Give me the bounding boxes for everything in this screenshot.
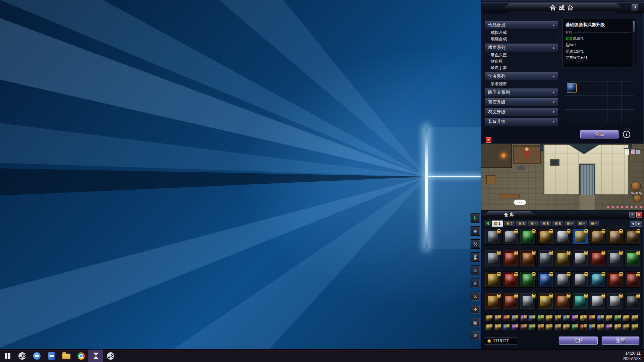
inventory-slot[interactable] [485, 293, 501, 309]
category-group-9[interactable]: 防卫者系列▼ [485, 88, 558, 97]
craft-grid-cell[interactable] [579, 81, 593, 95]
inventory-slot[interactable] [625, 272, 640, 288]
inventory-slot[interactable] [502, 250, 518, 266]
inventory-slot[interactable] [485, 229, 501, 245]
inventory-slot-small[interactable] [528, 323, 536, 331]
sidebar-deposit-all-button[interactable]: ⇊ [471, 213, 480, 223]
info-button[interactable]: i [623, 131, 630, 138]
sidebar-settings-button[interactable]: ⚙ [471, 331, 480, 340]
inventory-slot-small[interactable] [528, 314, 536, 322]
inventory-slot-small[interactable] [605, 314, 612, 322]
inventory-slot-small[interactable] [579, 314, 587, 322]
crafting-help-button[interactable]: ? [632, 4, 638, 11]
sidebar-gem-button[interactable]: ◆ [471, 226, 480, 236]
inventory-slot-small[interactable] [596, 323, 604, 331]
inventory-slot[interactable] [555, 293, 571, 309]
inventory-slot-small[interactable] [519, 314, 527, 322]
game-scene-viewport[interactable]: ··· 管理员 [481, 144, 644, 210]
inventory-slot[interactable] [485, 272, 501, 288]
inventory-slot[interactable] [607, 272, 623, 288]
sidebar-pickaxe-button[interactable]: ✚ [471, 305, 480, 314]
inventory-slot[interactable] [625, 250, 640, 266]
inventory-slot[interactable] [502, 229, 518, 245]
start-button[interactable] [0, 350, 15, 362]
inventory-slot[interactable] [572, 250, 588, 266]
inventory-slot[interactable] [590, 229, 605, 245]
inventory-slot[interactable] [555, 272, 571, 288]
deposit-all-button[interactable] [484, 221, 491, 227]
craft-grid-cell[interactable] [607, 81, 621, 95]
warehouse-tab-+[interactable]: + [564, 221, 576, 227]
inventory-slot[interactable] [590, 293, 605, 309]
craft-grid-cell[interactable] [607, 110, 621, 123]
inventory-slot[interactable] [590, 250, 605, 266]
inventory-slot-small[interactable] [631, 323, 638, 331]
inventory-slot-small[interactable] [622, 314, 630, 322]
inventory-slot[interactable] [502, 293, 518, 309]
category-group-12[interactable]: 装备升级▼ [485, 117, 558, 126]
inventory-slot-small[interactable] [622, 323, 630, 331]
inventory-slot[interactable] [607, 250, 623, 266]
category-group-10[interactable]: 宝石升级▼ [485, 98, 558, 107]
craft-grid-cell[interactable] [622, 96, 635, 109]
inventory-slot-small[interactable] [579, 323, 587, 331]
sidebar-hourglass-button[interactable]: ⌛ [471, 252, 480, 262]
inventory-slot-small[interactable] [562, 323, 570, 331]
inventory-slot[interactable] [537, 272, 553, 288]
warehouse-tab-5[interactable]: 5 [540, 221, 551, 227]
inventory-slot[interactable] [555, 229, 571, 245]
inventory-slot-small[interactable] [494, 314, 501, 322]
inventory-slot[interactable] [572, 293, 588, 309]
inventory-slot-small[interactable] [519, 323, 527, 331]
inventory-slot-small[interactable] [613, 314, 621, 322]
warehouse-tab-4[interactable]: 4 [528, 221, 539, 227]
inventory-slot-small[interactable] [588, 323, 595, 331]
category-item-5[interactable]: 嗜血鞋 [485, 58, 558, 65]
craft-grid-cell[interactable] [622, 110, 635, 123]
tab-prev-button[interactable]: ◀ [630, 221, 636, 227]
blue-app-icon[interactable] [44, 350, 59, 362]
inventory-slot-small[interactable] [562, 314, 570, 322]
inventory-slot-small[interactable] [502, 323, 510, 331]
craft-grid-cell[interactable] [593, 110, 607, 123]
sort-button[interactable]: 整理 [602, 337, 639, 345]
inventory-slot[interactable] [607, 229, 623, 245]
category-group-7[interactable]: 学者系列▲ [485, 72, 558, 81]
inventory-slot-small[interactable] [605, 323, 612, 331]
warehouse-close-button[interactable]: ✕ [636, 212, 642, 218]
sidebar-weapon-button[interactable]: ⚔ [471, 292, 480, 301]
warehouse-tab-+[interactable]: + [588, 221, 600, 227]
scrollbar-thumb[interactable] [633, 21, 635, 32]
inventory-slot[interactable] [537, 250, 553, 266]
inventory-slot[interactable] [555, 250, 571, 266]
crafting-close-button[interactable]: ✕ [486, 137, 491, 143]
chat-app-icon[interactable] [30, 350, 44, 362]
game-app-icon[interactable] [89, 350, 103, 362]
inventory-slot[interactable] [485, 250, 501, 266]
warehouse-tab-2[interactable]: 2 [504, 221, 515, 227]
warehouse-tab-3[interactable]: 3 [516, 221, 527, 227]
inventory-slot-small[interactable] [511, 314, 519, 322]
decompose-button[interactable]: 分解 [559, 337, 598, 345]
craft-grid-cell[interactable] [622, 81, 635, 95]
sidebar-favorite-button[interactable]: ★ [471, 279, 480, 288]
inventory-slot-small[interactable] [536, 323, 544, 331]
inventory-slot-small[interactable] [485, 314, 493, 322]
inventory-slot[interactable] [625, 229, 640, 245]
warehouse-help-button[interactable]: ? [629, 212, 635, 218]
file-explorer-icon[interactable] [59, 350, 74, 362]
inventory-slot-small[interactable] [596, 314, 604, 322]
category-item-4[interactable]: 嗜血头盔 [485, 52, 558, 58]
craft-grid-cell[interactable] [565, 110, 579, 123]
inventory-slot[interactable] [520, 250, 536, 266]
steam-icon[interactable] [15, 350, 30, 362]
inventory-slot-small[interactable] [631, 314, 638, 322]
inventory-slot-small[interactable] [485, 323, 493, 331]
inventory-slot[interactable] [625, 293, 640, 309]
inventory-slot-small[interactable] [502, 314, 510, 322]
inventory-slot-small[interactable] [494, 323, 501, 331]
inventory-slot[interactable] [537, 293, 553, 309]
craft-grid-cell[interactable] [593, 81, 607, 95]
inventory-slot-small[interactable] [536, 314, 544, 322]
category-item-2[interactable]: 项链合成 [485, 36, 558, 42]
